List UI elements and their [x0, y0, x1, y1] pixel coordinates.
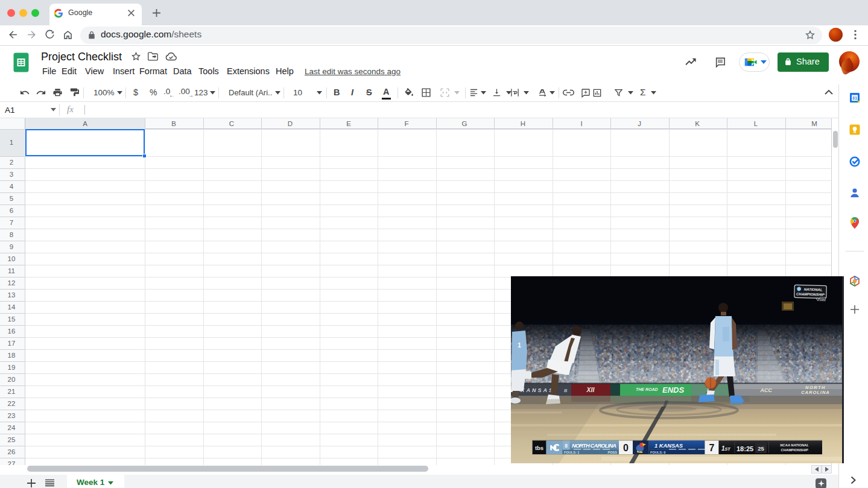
svg-text:NATIONAL: NATIONAL — [804, 288, 823, 292]
svg-text:8: 8 — [565, 443, 568, 449]
svg-text:XII: XII — [586, 386, 595, 393]
svg-text:ACC: ACC — [759, 387, 772, 393]
svg-text:KANSAS: KANSAS — [521, 387, 554, 393]
svg-text:POSS: POSS — [607, 451, 617, 454]
svg-text:1: 1 — [518, 342, 521, 349]
svg-text:CHAMPIONSHIP: CHAMPIONSHIP — [796, 292, 825, 296]
svg-text:NCAA NATIONAL: NCAA NATIONAL — [780, 443, 809, 447]
svg-text:25: 25 — [758, 445, 764, 452]
svg-text:1 KANSAS: 1 KANSAS — [654, 443, 683, 449]
svg-text:NORTH CAROLINA: NORTH CAROLINA — [572, 443, 616, 449]
svg-text:FOULS: 0: FOULS: 0 — [650, 451, 665, 454]
svg-text:TBS: TBS — [820, 298, 825, 300]
svg-text:THE ROAD: THE ROAD — [636, 387, 658, 391]
svg-text:31: 31 — [852, 95, 857, 101]
svg-text:CAROLINA: CAROLINA — [801, 390, 830, 395]
svg-text:18:25: 18:25 — [737, 445, 753, 452]
svg-text:ENDS: ENDS — [662, 385, 684, 395]
svg-text:CHAMPIONSHIP: CHAMPIONSHIP — [781, 448, 808, 452]
svg-text:tbs: tbs — [535, 445, 543, 451]
svg-text:7: 7 — [709, 443, 715, 453]
svg-text:B: B — [564, 388, 568, 393]
svg-text:FOULS: 1: FOULS: 1 — [564, 451, 579, 454]
svg-text:0: 0 — [623, 443, 629, 453]
